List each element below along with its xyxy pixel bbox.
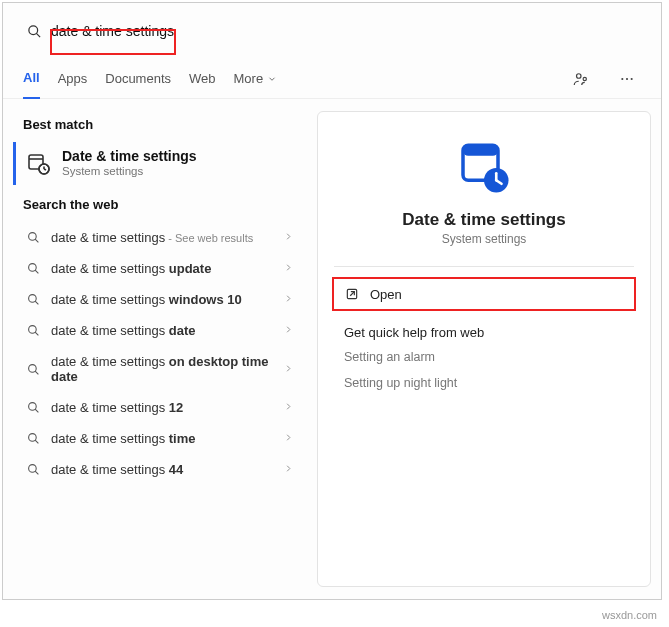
search-icon [25, 363, 41, 376]
chevron-right-icon [283, 431, 299, 446]
chevron-right-icon [283, 323, 299, 338]
svg-point-27 [28, 465, 36, 473]
svg-point-2 [577, 73, 582, 78]
svg-line-26 [35, 440, 38, 443]
web-result-text: date & time settings - See web results [51, 230, 273, 245]
tab-more[interactable]: More [234, 60, 278, 98]
search-input[interactable] [43, 17, 651, 45]
svg-line-28 [35, 471, 38, 474]
chevron-right-icon [283, 261, 299, 276]
web-result-text: date & time settings 12 [51, 400, 273, 415]
best-match-sub: System settings [62, 165, 197, 177]
svg-point-13 [28, 233, 36, 241]
web-result-row[interactable]: date & time settings time [13, 423, 307, 454]
open-label: Open [370, 287, 402, 302]
web-result-row[interactable]: date & time settings date [13, 315, 307, 346]
web-result-row[interactable]: date & time settings update [13, 253, 307, 284]
tab-more-label: More [234, 60, 264, 98]
search-icon [25, 24, 43, 39]
web-result-text: date & time settings windows 10 [51, 292, 273, 307]
search-icon [25, 262, 41, 275]
svg-line-22 [35, 371, 38, 374]
svg-point-21 [28, 364, 36, 372]
web-result-row[interactable]: date & time settings - See web results [13, 222, 307, 253]
best-match-heading: Best match [23, 117, 303, 132]
details-title: Date & time settings [318, 210, 650, 230]
search-icon [25, 293, 41, 306]
quick-link[interactable]: Setting an alarm [344, 350, 650, 364]
results-panel: Best match Date & time settings System s… [3, 99, 313, 599]
web-result-row[interactable]: date & time settings 44 [13, 454, 307, 485]
svg-line-12 [44, 169, 46, 170]
svg-line-1 [36, 33, 40, 37]
svg-point-17 [28, 295, 36, 303]
web-result-text: date & time settings time [51, 431, 273, 446]
web-result-row[interactable]: date & time settings windows 10 [13, 284, 307, 315]
chevron-right-icon [283, 400, 299, 415]
web-result-text: date & time settings on desktop time dat… [51, 354, 273, 384]
tab-all[interactable]: All [23, 59, 40, 99]
svg-point-5 [626, 77, 628, 79]
svg-point-3 [583, 77, 586, 80]
best-match-item[interactable]: Date & time settings System settings [13, 142, 307, 185]
tab-web[interactable]: Web [189, 60, 216, 98]
more-options-icon[interactable] [613, 65, 641, 93]
svg-line-14 [35, 239, 38, 242]
calendar-clock-icon [26, 151, 50, 175]
svg-point-4 [621, 77, 623, 79]
tab-apps[interactable]: Apps [58, 60, 88, 98]
app-large-icon [318, 140, 650, 196]
search-bar[interactable] [3, 3, 661, 59]
search-icon [25, 432, 41, 445]
svg-point-19 [28, 326, 36, 334]
svg-rect-30 [463, 145, 498, 156]
web-result-text: date & time settings 44 [51, 462, 273, 477]
search-window: All Apps Documents Web More Best match D… [2, 2, 662, 600]
svg-point-25 [28, 434, 36, 442]
svg-line-20 [35, 332, 38, 335]
svg-line-35 [350, 292, 354, 296]
svg-line-24 [35, 409, 38, 412]
chevron-right-icon [283, 362, 299, 377]
quick-help-heading: Get quick help from web [344, 325, 650, 340]
details-panel: Date & time settings System settings Ope… [317, 111, 651, 587]
search-icon [25, 324, 41, 337]
svg-point-23 [28, 403, 36, 411]
svg-line-18 [35, 301, 38, 304]
svg-point-0 [28, 25, 37, 34]
search-icon [25, 401, 41, 414]
search-icon [25, 231, 41, 244]
best-match-title: Date & time settings [62, 148, 197, 164]
chevron-right-icon [283, 230, 299, 245]
open-action[interactable]: Open [332, 277, 636, 311]
tab-documents[interactable]: Documents [105, 60, 171, 98]
quick-link[interactable]: Setting up night light [344, 376, 650, 390]
search-web-heading: Search the web [23, 197, 303, 212]
web-result-row[interactable]: date & time settings on desktop time dat… [13, 346, 307, 392]
svg-line-16 [35, 270, 38, 273]
account-switch-icon[interactable] [567, 65, 595, 93]
filter-tabs: All Apps Documents Web More [3, 59, 661, 99]
web-result-row[interactable]: date & time settings 12 [13, 392, 307, 423]
svg-point-15 [28, 264, 36, 272]
details-sub: System settings [318, 232, 650, 246]
chevron-right-icon [283, 292, 299, 307]
divider [334, 266, 634, 267]
web-result-text: date & time settings date [51, 323, 273, 338]
web-result-text: date & time settings update [51, 261, 273, 276]
watermark: wsxdn.com [602, 609, 657, 621]
chevron-right-icon [283, 462, 299, 477]
search-icon [25, 463, 41, 476]
open-icon [344, 286, 360, 302]
svg-point-6 [631, 77, 633, 79]
